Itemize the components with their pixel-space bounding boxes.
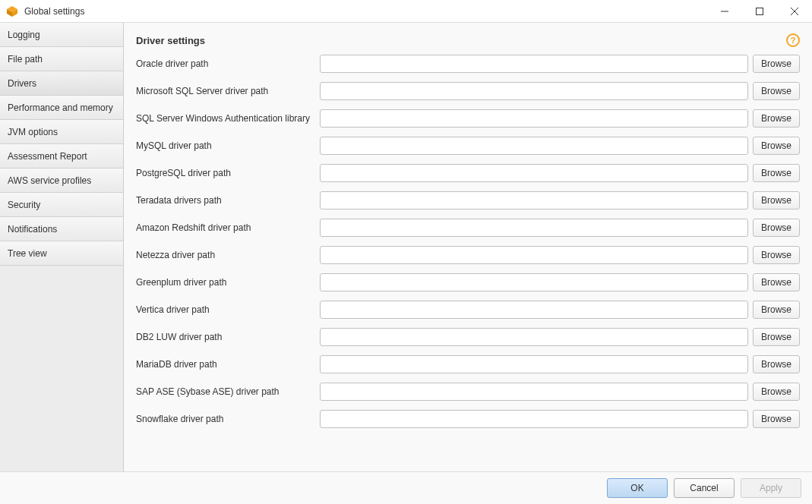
label-greenplum: Greenplum driver path	[136, 277, 315, 288]
row-vertica: Vertica driver path Browse	[136, 301, 800, 319]
browse-mssql[interactable]: Browse	[753, 82, 800, 100]
browse-snowflake[interactable]: Browse	[753, 410, 800, 428]
input-oracle[interactable]	[320, 55, 748, 73]
input-sapase[interactable]	[320, 383, 748, 401]
content-area: Logging File path Drivers Performance an…	[0, 23, 812, 471]
svg-text:?: ?	[791, 36, 796, 45]
browse-netezza[interactable]: Browse	[753, 246, 800, 264]
label-db2luw: DB2 LUW driver path	[136, 332, 315, 342]
sidebar-item-tree-view[interactable]: Tree view	[0, 241, 123, 266]
input-netezza[interactable]	[320, 246, 748, 264]
main-header: Driver settings ?	[124, 23, 812, 55]
sidebar-item-security[interactable]: Security	[0, 193, 123, 217]
row-db2luw: DB2 LUW driver path Browse	[136, 328, 800, 346]
browse-redshift[interactable]: Browse	[753, 219, 800, 237]
row-netezza: Netezza driver path Browse	[136, 246, 800, 264]
row-mysql: MySQL driver path Browse	[136, 137, 800, 155]
sidebar-item-assessment-report[interactable]: Assessment Report	[0, 144, 123, 169]
minimize-button[interactable]	[707, 0, 742, 22]
browse-sqlserver-auth[interactable]: Browse	[753, 109, 800, 128]
sidebar-item-drivers[interactable]: Drivers	[0, 71, 123, 96]
input-teradata[interactable]	[320, 191, 748, 209]
input-mysql[interactable]	[320, 137, 748, 155]
titlebar: Global settings	[0, 0, 812, 23]
label-mariadb: MariaDB driver path	[136, 359, 315, 370]
footer: OK Cancel Apply	[0, 471, 812, 504]
input-postgresql[interactable]	[320, 164, 748, 182]
input-db2luw[interactable]	[320, 328, 748, 346]
row-sqlserver-auth: SQL Server Windows Authentication librar…	[136, 109, 800, 128]
sidebar-item-notifications[interactable]: Notifications	[0, 217, 123, 241]
page-heading: Driver settings	[136, 35, 786, 46]
browse-postgresql[interactable]: Browse	[753, 164, 800, 182]
input-mariadb[interactable]	[320, 355, 748, 373]
svg-rect-4	[757, 8, 763, 14]
browse-oracle[interactable]: Browse	[753, 55, 800, 73]
label-redshift: Amazon Redshift driver path	[136, 222, 315, 233]
browse-vertica[interactable]: Browse	[753, 301, 800, 319]
maximize-button[interactable]	[742, 0, 777, 22]
close-button[interactable]	[777, 0, 812, 22]
app-icon	[6, 5, 18, 17]
row-oracle: Oracle driver path Browse	[136, 55, 800, 73]
window-title: Global settings	[24, 6, 707, 17]
sidebar-item-file-path[interactable]: File path	[0, 47, 123, 71]
label-postgresql: PostgreSQL driver path	[136, 168, 315, 178]
sidebar-item-label: Security	[8, 200, 40, 210]
input-redshift[interactable]	[320, 219, 748, 237]
row-postgresql: PostgreSQL driver path Browse	[136, 164, 800, 182]
cancel-button[interactable]: Cancel	[674, 478, 735, 498]
label-netezza: Netezza driver path	[136, 250, 315, 260]
label-mysql: MySQL driver path	[136, 140, 315, 151]
form-area: Oracle driver path Browse Microsoft SQL …	[124, 55, 812, 471]
label-mssql: Microsoft SQL Server driver path	[136, 86, 315, 96]
row-teradata: Teradata drivers path Browse	[136, 191, 800, 209]
sidebar-item-label: Drivers	[8, 78, 36, 89]
input-mssql[interactable]	[320, 82, 748, 100]
row-mssql: Microsoft SQL Server driver path Browse	[136, 82, 800, 100]
sidebar-item-label: Assessment Report	[8, 151, 87, 162]
row-sapase: SAP ASE (Sybase ASE) driver path Browse	[136, 383, 800, 401]
row-mariadb: MariaDB driver path Browse	[136, 355, 800, 373]
input-greenplum[interactable]	[320, 273, 748, 291]
row-snowflake: Snowflake driver path Browse	[136, 410, 800, 428]
label-snowflake: Snowflake driver path	[136, 414, 315, 424]
label-oracle: Oracle driver path	[136, 58, 315, 69]
sidebar-item-label: Tree view	[8, 248, 47, 259]
sidebar-item-jvm-options[interactable]: JVM options	[0, 120, 123, 144]
sidebar-item-label: Logging	[8, 30, 40, 40]
sidebar-item-label: Performance and memory	[8, 102, 113, 113]
sidebar-item-aws-service-profiles[interactable]: AWS service profiles	[0, 169, 123, 193]
label-teradata: Teradata drivers path	[136, 195, 315, 206]
browse-teradata[interactable]: Browse	[753, 191, 800, 209]
sidebar: Logging File path Drivers Performance an…	[0, 23, 124, 471]
row-greenplum: Greenplum driver path Browse	[136, 273, 800, 291]
browse-mariadb[interactable]: Browse	[753, 355, 800, 373]
help-icon[interactable]: ?	[786, 33, 800, 47]
row-redshift: Amazon Redshift driver path Browse	[136, 219, 800, 237]
sidebar-item-label: Notifications	[8, 224, 57, 235]
window-controls	[707, 0, 812, 22]
input-snowflake[interactable]	[320, 410, 748, 428]
label-vertica: Vertica driver path	[136, 304, 315, 315]
sidebar-item-logging[interactable]: Logging	[0, 23, 123, 47]
label-sapase: SAP ASE (Sybase ASE) driver path	[136, 386, 315, 397]
browse-sapase[interactable]: Browse	[753, 383, 800, 401]
ok-button[interactable]: OK	[607, 478, 668, 498]
main-panel: Driver settings ? Oracle driver path Bro…	[124, 23, 812, 471]
input-vertica[interactable]	[320, 301, 748, 319]
sidebar-item-performance[interactable]: Performance and memory	[0, 96, 123, 120]
sidebar-item-label: AWS service profiles	[8, 175, 91, 186]
browse-db2luw[interactable]: Browse	[753, 328, 800, 346]
sidebar-item-label: JVM options	[8, 127, 58, 137]
browse-greenplum[interactable]: Browse	[753, 273, 800, 291]
apply-button[interactable]: Apply	[741, 478, 801, 498]
browse-mysql[interactable]: Browse	[753, 137, 800, 155]
input-sqlserver-auth[interactable]	[320, 109, 748, 128]
label-sqlserver-auth: SQL Server Windows Authentication librar…	[136, 113, 315, 124]
sidebar-item-label: File path	[8, 54, 43, 65]
